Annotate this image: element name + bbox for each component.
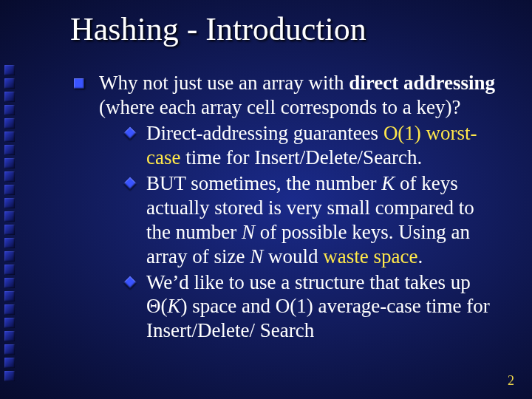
text-run: Direct-addressing guarantees [146,122,383,144]
text-run: would [263,245,323,267]
diamond-bullet-icon [124,126,137,139]
text-italic: N [250,245,263,267]
text-italic: N [242,221,255,243]
text-run: time for Insert/Delete/Search. [180,146,422,168]
square-bullet-icon [74,78,84,89]
slide-body: Why not just use an array with direct ad… [74,71,502,344]
slide-title: Hashing - Introduction [70,10,366,48]
diamond-bullet-icon [124,177,137,189]
text-run: (where each array cell corresponds to a … [99,96,460,118]
diamond-bullet-icon [124,276,137,288]
text-bold: direct addressing [349,72,495,94]
text-run: BUT sometimes, the number [146,172,381,194]
sub-bullets: Direct-addressing guarantees O(1) worst-… [99,121,502,343]
slide: Hashing - Introduction Why not just use … [0,0,532,399]
text-italic: K [168,295,181,317]
text-run: ) space and O(1) average-case time for I… [146,295,490,341]
text-italic: K [381,172,395,194]
bullet-level2: We’d like to use a structure that takes … [124,270,502,344]
text-run: . [417,245,423,267]
bullet-level2: Direct-addressing guarantees O(1) worst-… [124,121,502,170]
text-highlight: waste space [323,245,417,267]
bullet-level1: Why not just use an array with direct ad… [74,71,502,343]
bullet-level2: BUT sometimes, the number K of keys actu… [124,171,502,269]
text-run: Why not just use an array with [99,72,349,94]
side-decoration [4,65,15,381]
page-number: 2 [508,373,514,389]
